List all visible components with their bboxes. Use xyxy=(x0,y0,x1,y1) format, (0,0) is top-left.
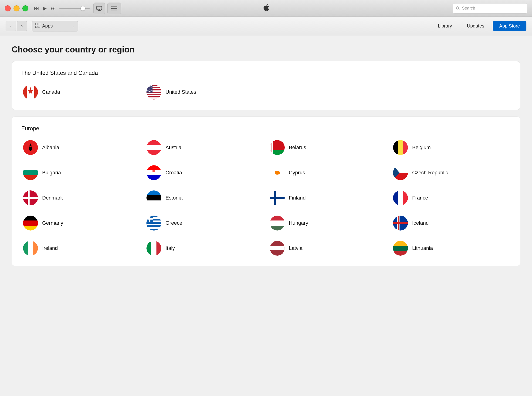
country-name-belgium: Belgium xyxy=(412,145,430,151)
country-italy[interactable]: Italy xyxy=(145,239,264,257)
country-germany[interactable]: Germany xyxy=(21,214,141,232)
svg-marker-0 xyxy=(98,9,100,11)
country-canada[interactable]: Canada xyxy=(21,83,141,101)
minimize-button[interactable] xyxy=(13,5,20,12)
svg-point-34 xyxy=(150,88,150,88)
tab-updates[interactable]: Updates xyxy=(460,21,491,31)
svg-point-37 xyxy=(149,89,150,89)
country-czech-republic[interactable]: Czech Republic xyxy=(391,163,511,182)
svg-point-30 xyxy=(149,87,150,87)
country-usa[interactable]: United States xyxy=(145,83,264,101)
country-croatia[interactable]: Croatia xyxy=(145,163,264,182)
country-estonia[interactable]: Estonia xyxy=(145,189,264,207)
flag-austria xyxy=(147,140,161,155)
country-albania[interactable]: Albania xyxy=(21,138,141,157)
svg-rect-7 xyxy=(38,23,40,25)
country-belgium[interactable]: Belgium xyxy=(391,138,511,157)
svg-rect-9 xyxy=(38,26,40,28)
apps-icon xyxy=(35,23,40,29)
country-name-greece: Greece xyxy=(165,220,182,226)
country-belarus[interactable]: Belarus xyxy=(268,138,388,157)
svg-rect-127 xyxy=(270,221,285,226)
country-name-albania: Albania xyxy=(42,145,59,151)
europe-grid: Albania Austria xyxy=(21,138,511,257)
flag-cyprus xyxy=(270,165,285,180)
svg-rect-88 xyxy=(23,197,38,199)
country-lithuania[interactable]: Lithuania xyxy=(391,239,511,257)
country-austria[interactable]: Austria xyxy=(145,138,264,157)
country-ireland[interactable]: Ireland xyxy=(21,239,141,257)
section-selector[interactable]: Apps ⌄ xyxy=(32,21,78,31)
country-name-ireland: Ireland xyxy=(42,245,58,251)
svg-rect-126 xyxy=(270,215,285,221)
search-bar[interactable]: Search xyxy=(453,3,527,13)
us-canada-heading: The United States and Canada xyxy=(21,70,511,76)
country-greece[interactable]: Greece xyxy=(145,214,264,232)
svg-rect-101 xyxy=(393,190,398,205)
close-button[interactable] xyxy=(5,5,11,12)
svg-rect-22 xyxy=(147,96,161,97)
country-name-canada: Canada xyxy=(42,89,60,95)
svg-point-43 xyxy=(148,91,148,92)
volume-slider[interactable] xyxy=(59,8,90,9)
country-cyprus[interactable]: Cyprus xyxy=(268,163,388,182)
country-name-croatia: Croatia xyxy=(165,170,182,176)
svg-point-26 xyxy=(148,85,149,86)
flag-greece xyxy=(147,215,161,231)
forward-button[interactable]: › xyxy=(17,21,27,31)
country-denmark[interactable]: Denmark xyxy=(21,189,141,207)
maximize-button[interactable] xyxy=(22,5,28,12)
svg-point-44 xyxy=(149,91,150,92)
svg-rect-120 xyxy=(147,229,161,231)
svg-rect-63 xyxy=(403,140,408,155)
country-name-denmark: Denmark xyxy=(42,195,63,201)
country-hungary[interactable]: Hungary xyxy=(268,214,388,232)
svg-point-33 xyxy=(148,88,149,88)
svg-rect-119 xyxy=(147,227,161,229)
country-bulgaria[interactable]: Bulgaria xyxy=(21,163,141,182)
flag-albania xyxy=(23,140,38,155)
us-canada-section: The United States and Canada Canada xyxy=(12,61,520,110)
svg-rect-12 xyxy=(34,85,38,99)
airplay-button[interactable] xyxy=(93,3,105,14)
country-name-iceland: Iceland xyxy=(412,220,429,226)
svg-rect-112 xyxy=(147,215,161,217)
flag-ireland xyxy=(23,241,38,256)
svg-rect-23 xyxy=(147,99,161,99)
back-button[interactable]: ‹ xyxy=(6,21,16,31)
svg-rect-154 xyxy=(393,251,408,256)
country-iceland[interactable]: Iceland xyxy=(391,214,511,232)
country-name-bulgaria: Bulgaria xyxy=(42,170,61,176)
flag-croatia xyxy=(147,165,161,180)
country-name-lithuania: Lithuania xyxy=(412,245,433,251)
svg-rect-139 xyxy=(28,241,33,256)
svg-rect-128 xyxy=(270,226,285,231)
svg-rect-73 xyxy=(147,175,161,180)
fast-forward-button[interactable]: ⏭ xyxy=(51,5,56,12)
country-name-italy: Italy xyxy=(165,245,175,251)
svg-point-35 xyxy=(151,88,152,88)
play-button[interactable]: ▶ xyxy=(43,5,47,12)
svg-rect-21 xyxy=(147,94,161,95)
country-name-finland: Finland xyxy=(289,195,306,201)
country-finland[interactable]: Finland xyxy=(268,189,388,207)
svg-point-39 xyxy=(147,90,148,91)
hamburger-menu-button[interactable] xyxy=(107,3,121,14)
tab-library[interactable]: Library xyxy=(431,21,458,31)
svg-rect-123 xyxy=(147,218,153,220)
flag-bulgaria xyxy=(23,165,38,180)
svg-point-28 xyxy=(151,85,152,86)
svg-rect-135 xyxy=(393,222,408,224)
svg-rect-61 xyxy=(393,140,398,155)
svg-rect-153 xyxy=(393,246,408,251)
country-latvia[interactable]: Latvia xyxy=(268,239,388,257)
flag-finland xyxy=(270,190,285,205)
svg-rect-50 xyxy=(147,140,161,145)
rewind-button[interactable]: ⏮ xyxy=(34,5,39,12)
svg-rect-91 xyxy=(147,190,161,195)
country-france[interactable]: France xyxy=(391,189,511,207)
country-name-belarus: Belarus xyxy=(289,145,306,151)
flag-iceland xyxy=(393,215,408,231)
svg-rect-71 xyxy=(147,165,161,170)
tab-appstore[interactable]: App Store xyxy=(493,21,526,31)
